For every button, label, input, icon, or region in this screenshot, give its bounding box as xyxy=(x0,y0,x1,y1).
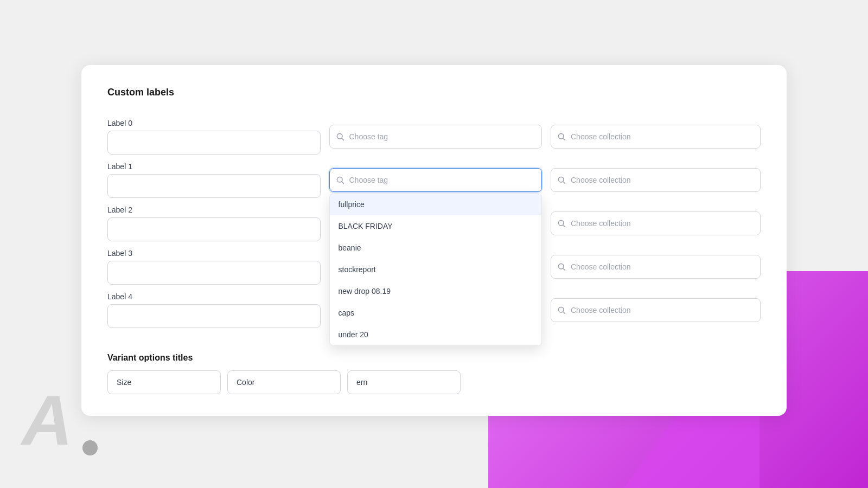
variant-size-input[interactable] xyxy=(107,370,221,394)
label-1-text: Label 1 xyxy=(107,162,132,171)
dropdown-item-fullprice[interactable]: fullprice xyxy=(330,194,542,215)
tag-1-wrap: fullprice BLACK FRIDAY beanie stockrepor… xyxy=(329,168,542,192)
dropdown-item-stockreport[interactable]: stockreport xyxy=(330,259,542,280)
label-3-text: Label 3 xyxy=(107,249,132,258)
logo-dot xyxy=(82,440,98,455)
dropdown-item-caps[interactable]: caps xyxy=(330,302,542,324)
label-0-input[interactable] xyxy=(107,131,321,155)
collection-0-wrap xyxy=(551,125,761,149)
dropdown-item-under-20[interactable]: under 20 xyxy=(330,324,542,345)
collection-3-wrap xyxy=(551,255,761,279)
tag-0-wrap xyxy=(329,125,542,149)
variant-pattern-input[interactable] xyxy=(347,370,461,394)
label-2-input[interactable] xyxy=(107,217,321,241)
section-title: Custom labels xyxy=(107,87,761,98)
tag-0-input[interactable] xyxy=(329,125,542,149)
collection-2-input[interactable] xyxy=(551,211,761,235)
dropdown-item-beanie[interactable]: beanie xyxy=(330,237,542,259)
label-1-input[interactable] xyxy=(107,174,321,198)
collection-0-input[interactable] xyxy=(551,125,761,149)
collection-1-input[interactable] xyxy=(551,168,761,192)
dropdown-item-new-drop[interactable]: new drop 08.19 xyxy=(330,280,542,302)
tag-dropdown: fullprice BLACK FRIDAY beanie stockrepor… xyxy=(329,193,542,346)
label-row-1: Label 1 fullprice BLACK FRIDAY beanie xyxy=(107,162,761,198)
collection-4-wrap xyxy=(551,298,761,322)
main-card: Custom labels Label 0 xyxy=(81,65,787,416)
tag-1-input[interactable] xyxy=(329,168,542,192)
variant-inputs xyxy=(107,370,761,394)
collection-3-input[interactable] xyxy=(551,255,761,279)
labels-table: Label 0 xyxy=(107,111,761,336)
label-row-0: Label 0 xyxy=(107,119,761,155)
variant-color-input[interactable] xyxy=(227,370,341,394)
variant-section-title: Variant options titles xyxy=(107,353,761,363)
variant-section: Variant options titles xyxy=(107,353,761,394)
collection-1-wrap xyxy=(551,168,761,192)
collection-2-wrap xyxy=(551,211,761,235)
label-4-input[interactable] xyxy=(107,304,321,328)
label-4-text: Label 4 xyxy=(107,292,132,301)
collection-4-input[interactable] xyxy=(551,298,761,322)
logo-letter: A xyxy=(22,385,73,455)
label-2-text: Label 2 xyxy=(107,206,132,214)
dropdown-item-black-friday[interactable]: BLACK FRIDAY xyxy=(330,215,542,237)
label-0-text: Label 0 xyxy=(107,119,132,127)
label-3-input[interactable] xyxy=(107,261,321,285)
